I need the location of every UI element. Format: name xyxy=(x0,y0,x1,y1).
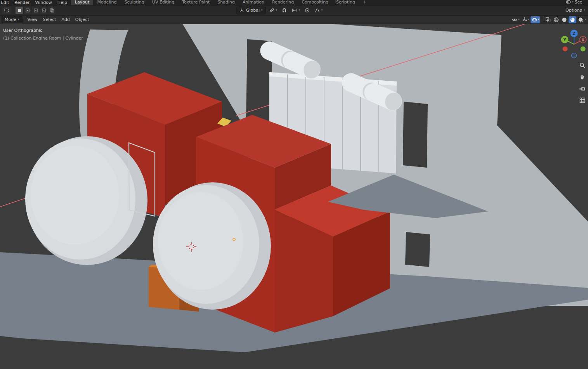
tab-texture-paint[interactable]: Texture Paint xyxy=(178,0,213,5)
tab-scripting[interactable]: Scripting xyxy=(332,0,359,5)
menu-edit[interactable]: Edit xyxy=(0,0,12,5)
scene-selector[interactable]: ▾ Sce xyxy=(565,0,588,5)
falloff-curve-icon xyxy=(314,7,320,13)
grid-icon xyxy=(579,97,586,104)
chevron-down-icon: ▾ xyxy=(321,9,323,12)
chevron-down-icon: ▾ xyxy=(583,9,585,12)
viewport-nav-controls xyxy=(578,61,587,105)
collection-breadcrumb: (1) Collection Engine Room | Cylinder xyxy=(3,36,83,41)
zoom-button[interactable] xyxy=(578,61,587,70)
proportional-editing-toggle[interactable] xyxy=(303,7,311,14)
snap-target-dropdown[interactable]: ▾ xyxy=(268,7,279,14)
shading-material-button[interactable] xyxy=(569,16,576,23)
shading-solid-button[interactable] xyxy=(560,16,568,23)
topbar-menus: Edit Render Window Help xyxy=(0,0,70,5)
tab-animation[interactable]: Animation xyxy=(239,0,268,5)
select-new-icon xyxy=(17,8,22,13)
tab-modeling[interactable]: Modeling xyxy=(93,0,120,5)
menu-select[interactable]: Select xyxy=(40,17,59,22)
shading-dropdown[interactable]: ▾ xyxy=(585,18,586,21)
snap-toggle-button[interactable] xyxy=(280,7,288,14)
orientation-label: Global xyxy=(246,8,260,13)
gizmo-z-label: Z xyxy=(572,31,575,36)
viewport-menus: View Select Add Object xyxy=(25,17,92,22)
scene-icon xyxy=(565,0,571,5)
magnet-icon xyxy=(281,7,287,13)
gizmos-dropdown[interactable]: ▾ xyxy=(520,16,530,23)
gizmo-axis-z-neg[interactable] xyxy=(572,53,577,58)
shading-wireframe-button[interactable] xyxy=(552,16,560,23)
eye-icon xyxy=(512,17,518,23)
viewport-3d[interactable]: Z Y X xyxy=(0,24,588,369)
gizmo-icon xyxy=(521,17,527,23)
overlays-dropdown[interactable]: ▾ xyxy=(531,16,540,23)
workspace-tabs: Layout Modeling Sculpting UV Editing Tex… xyxy=(71,0,370,5)
camera-view-button[interactable] xyxy=(578,84,587,94)
material-sphere-icon xyxy=(569,17,576,23)
tab-sculpting[interactable]: Sculpting xyxy=(120,0,148,5)
pan-button[interactable] xyxy=(578,72,587,82)
shading-rendered-button[interactable] xyxy=(577,16,585,23)
chevron-down-icon: ▾ xyxy=(298,9,300,12)
hull-window-cutout[interactable] xyxy=(403,102,428,168)
select-mode-extend-button[interactable] xyxy=(24,7,31,14)
select-invert-icon xyxy=(42,8,46,13)
chevron-down-icon: ▾ xyxy=(572,1,574,3)
chevron-down-icon: ▾ xyxy=(261,9,263,12)
select-mode-invert-button[interactable] xyxy=(40,7,47,14)
chevron-down-icon: ▾ xyxy=(538,18,539,21)
toggle-grid-button[interactable] xyxy=(578,95,587,105)
overlays-icon xyxy=(531,17,538,23)
chevron-down-icon: ▾ xyxy=(518,18,520,21)
active-tool-group xyxy=(2,7,56,14)
gizmo-axis-y-neg[interactable] xyxy=(581,47,586,52)
transform-snap-group: Global ▾ ▾ ▾ xyxy=(236,5,324,15)
box-select-tool-button[interactable] xyxy=(2,7,11,14)
snap-settings-dropdown[interactable]: ▾ xyxy=(290,7,301,14)
menu-view[interactable]: View xyxy=(25,17,40,22)
menu-help[interactable]: Help xyxy=(55,0,70,5)
rendered-sphere-icon xyxy=(578,17,584,23)
select-extend-icon xyxy=(25,8,30,13)
tool-settings-bar: Global ▾ ▾ ▾ xyxy=(0,5,588,16)
xray-icon xyxy=(545,17,551,23)
proportional-falloff-dropdown[interactable]: ▾ xyxy=(313,7,324,14)
chevron-down-icon: ▾ xyxy=(528,18,529,21)
hand-icon xyxy=(579,74,586,80)
transform-orientation-dropdown[interactable]: Global ▾ xyxy=(236,7,266,14)
camera-icon xyxy=(579,85,586,92)
tab-compositing[interactable]: Compositing xyxy=(298,0,332,5)
menu-render[interactable]: Render xyxy=(12,0,32,5)
proportional-editing-icon xyxy=(304,7,310,13)
menu-add[interactable]: Add xyxy=(59,17,73,22)
gizmo-y-label: Y xyxy=(563,38,566,42)
magnifier-icon xyxy=(579,62,586,69)
view-name-overlay: User Orthographic xyxy=(3,28,42,33)
toggle-xray-button[interactable] xyxy=(544,16,552,23)
mode-dropdown[interactable]: Mode ▾ xyxy=(2,16,23,23)
gizmo-axis-x[interactable] xyxy=(563,47,568,52)
tab-layout[interactable]: Layout xyxy=(71,0,93,5)
tab-uv-editing[interactable]: UV Editing xyxy=(148,0,178,5)
tab-shading[interactable]: Shading xyxy=(213,0,239,5)
menu-window[interactable]: Window xyxy=(32,0,54,5)
hull-window-cutout[interactable] xyxy=(405,232,430,267)
link-icon xyxy=(269,7,275,13)
box-select-icon xyxy=(4,8,9,13)
select-mode-intersect-button[interactable] xyxy=(48,7,56,14)
topbar: Edit Render Window Help Layout Modeling … xyxy=(0,0,588,5)
snap-increments-icon xyxy=(291,7,297,13)
viewport-header-controls: ▾ ▾ ▾ xyxy=(511,16,586,24)
tab-rendering[interactable]: Rendering xyxy=(268,0,298,5)
add-workspace-button[interactable]: + xyxy=(359,0,370,5)
select-mode-subtract-button[interactable] xyxy=(32,7,39,14)
scene-name: Sce xyxy=(575,0,583,5)
orientation-globe-icon xyxy=(239,8,245,13)
viewport-header: Mode ▾ View Select Add Object ▾ xyxy=(0,16,588,24)
select-mode-new-button[interactable] xyxy=(16,7,23,14)
object-visibility-dropdown[interactable]: ▾ xyxy=(511,16,520,23)
wireframe-sphere-icon xyxy=(553,17,559,23)
tool-options-dropdown[interactable]: Options ▾ xyxy=(565,8,585,13)
gizmo-x-label: X xyxy=(582,38,585,42)
menu-object[interactable]: Object xyxy=(73,17,92,22)
